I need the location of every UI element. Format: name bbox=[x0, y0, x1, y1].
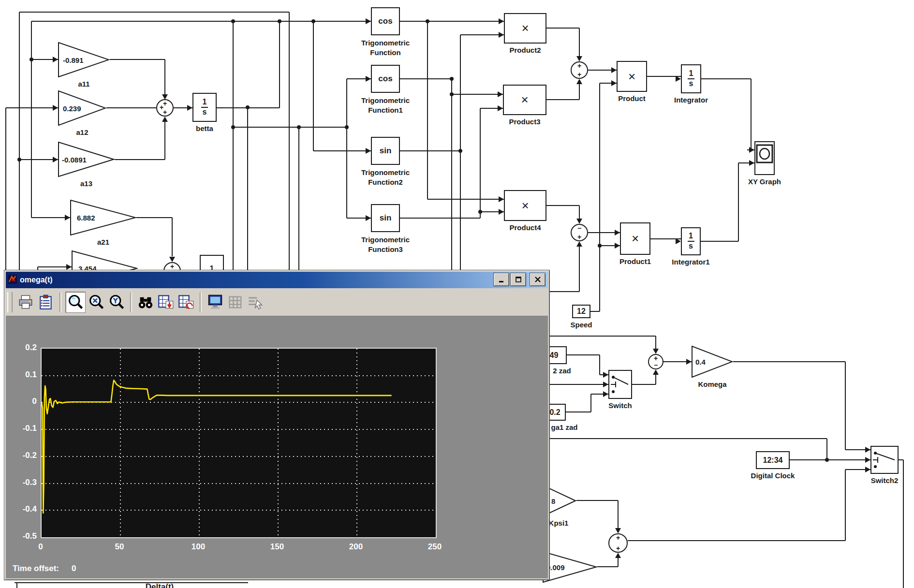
wire-arrow bbox=[749, 147, 754, 153]
wire-arrow bbox=[576, 79, 582, 84]
gain-komega[interactable]: 0.4 bbox=[692, 346, 733, 378]
wire bbox=[550, 336, 656, 337]
minimize-button[interactable] bbox=[493, 273, 509, 286]
wire-arrow bbox=[576, 56, 582, 61]
wire bbox=[597, 566, 618, 567]
product4[interactable]: × bbox=[504, 190, 546, 221]
sum-err[interactable]: +− bbox=[648, 354, 663, 369]
gain-a13[interactable]: -0.0891 bbox=[58, 142, 115, 177]
trig-fn3[interactable]: sin bbox=[371, 204, 400, 232]
gain-a13-value: -0.0891 bbox=[62, 155, 87, 163]
wire bbox=[452, 94, 503, 95]
wire bbox=[618, 558, 619, 567]
const-speed[interactable]: 12 bbox=[572, 305, 590, 318]
y-tick-label: -0.2 bbox=[14, 451, 37, 460]
wire-arrow bbox=[169, 257, 175, 262]
floating-scope-icon[interactable] bbox=[206, 292, 225, 312]
sum-upper[interactable]: ++ bbox=[571, 61, 588, 79]
close-button[interactable] bbox=[530, 273, 545, 286]
wire bbox=[400, 218, 480, 219]
wire-arrow bbox=[576, 219, 582, 224]
xy-graph[interactable] bbox=[754, 141, 775, 175]
parameters-icon[interactable] bbox=[36, 292, 56, 312]
restore-axes-icon[interactable] bbox=[177, 292, 196, 312]
x-tick-label: 200 bbox=[341, 542, 370, 552]
maximize-button[interactable] bbox=[510, 273, 526, 286]
digital-clock-label: Digital Clock bbox=[734, 471, 811, 480]
toolbar-separator bbox=[200, 293, 202, 312]
integrator[interactable]: 1s bbox=[681, 64, 701, 93]
scope-trace bbox=[42, 349, 436, 537]
sum-psi-sign-top: + bbox=[170, 263, 174, 270]
y-tick-label: 0.2 bbox=[14, 343, 37, 353]
wire bbox=[233, 21, 234, 270]
simulink-workspace: -0.891a110.239a12-0.0891a136.882a213.454… bbox=[0, 0, 914, 588]
zoom-x-icon[interactable] bbox=[87, 292, 106, 312]
matlab-window-icon bbox=[8, 275, 17, 286]
x-tick-label: 100 bbox=[184, 542, 213, 552]
product3[interactable]: × bbox=[503, 85, 546, 115]
digital-clock[interactable]: 12:34 bbox=[756, 451, 790, 469]
autoscale-icon[interactable] bbox=[136, 292, 155, 312]
wire bbox=[16, 583, 17, 588]
integrator1-label: Integrator1 bbox=[652, 258, 730, 266]
sum-lower[interactable]: −+ bbox=[571, 224, 588, 241]
wire bbox=[480, 108, 481, 218]
wire bbox=[136, 217, 172, 218]
wire-arrow bbox=[366, 148, 371, 154]
sum-kpsi-sign-top: + bbox=[616, 534, 620, 542]
integrator-betta[interactable]: 1s bbox=[192, 93, 217, 122]
y-tick-label: -0.4 bbox=[14, 504, 37, 514]
printer-icon[interactable] bbox=[16, 292, 35, 312]
save-axes-icon[interactable] bbox=[156, 292, 176, 312]
wire-junction bbox=[17, 158, 21, 162]
gain-k0009[interactable]: 0.009 bbox=[543, 551, 597, 583]
integrator1[interactable]: 1s bbox=[681, 227, 701, 255]
free-label: Delta(t) bbox=[118, 582, 201, 588]
gain-komega-label: Komega bbox=[674, 380, 751, 388]
wire-arrow bbox=[498, 105, 503, 111]
trig-fn2[interactable]: sin bbox=[371, 137, 400, 165]
zoom-y-icon[interactable] bbox=[107, 292, 126, 312]
sum-kpsi[interactable]: ++ bbox=[608, 533, 628, 553]
wire-junction bbox=[246, 105, 250, 109]
trig-fn[interactable]: cos bbox=[371, 7, 400, 35]
trig-fn3-label: Trigonometric Function3 bbox=[349, 235, 422, 255]
trig-fn-label: Trigonometric Function bbox=[349, 38, 422, 58]
gain-komega-value: 0.4 bbox=[695, 358, 706, 366]
gain-a11[interactable]: -0.891 bbox=[58, 42, 110, 77]
wire-arrow bbox=[498, 91, 503, 97]
y-tick-label: -0.1 bbox=[14, 424, 37, 433]
signal-selection-icon bbox=[246, 292, 265, 312]
sum-beta-sign-bottom: + bbox=[163, 108, 167, 116]
window-title: omega(t) bbox=[20, 276, 53, 284]
wire bbox=[279, 21, 280, 108]
wire bbox=[5, 108, 6, 270]
toolbar-drag-handle[interactable] bbox=[7, 292, 13, 312]
y-tick-label: -0.5 bbox=[14, 531, 37, 541]
wire bbox=[579, 206, 580, 219]
wire bbox=[632, 384, 656, 385]
wire bbox=[172, 218, 173, 256]
switch[interactable] bbox=[608, 370, 632, 399]
sum-beta[interactable]: +++ bbox=[156, 99, 174, 117]
gain-a12[interactable]: 0.239 bbox=[58, 90, 106, 126]
scope-window[interactable]: omega(t) 0.20.10-0.1-0.2-0.3-0.4-0.50501… bbox=[4, 270, 550, 580]
wire bbox=[655, 336, 656, 349]
wire bbox=[106, 107, 156, 108]
scope-titlebar[interactable]: omega(t) bbox=[6, 272, 548, 288]
trig-fn1[interactable]: cos bbox=[371, 65, 400, 93]
wire bbox=[845, 362, 846, 450]
wire-junction bbox=[825, 458, 829, 462]
gain-a21[interactable]: 6.882 bbox=[70, 200, 136, 235]
product2[interactable]: × bbox=[504, 13, 546, 44]
switch2[interactable] bbox=[870, 446, 899, 474]
zoom-icon[interactable] bbox=[65, 292, 86, 313]
product1[interactable]: × bbox=[620, 222, 650, 255]
wire bbox=[427, 21, 428, 199]
wire bbox=[110, 59, 165, 60]
wire-arrow bbox=[366, 76, 371, 82]
product[interactable]: × bbox=[617, 61, 647, 92]
wire-arrow bbox=[187, 105, 192, 111]
y-tick-label: 0 bbox=[14, 397, 37, 406]
